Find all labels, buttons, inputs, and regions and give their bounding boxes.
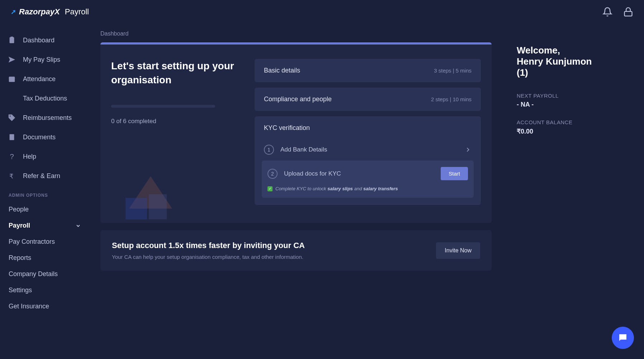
brand-logo[interactable]: ➚ RazorpayX Payroll — [11, 7, 89, 17]
svg-rect-3 — [9, 77, 15, 82]
rupee-icon: ₹ — [8, 172, 16, 180]
welcome-name: Henry Kunjumon — [517, 56, 630, 67]
welcome-label: Welcome, — [517, 45, 630, 56]
kyc-add-bank[interactable]: 1 Add Bank Details — [262, 139, 474, 160]
nav-refer[interactable]: ₹ Refer & Earn — [0, 166, 90, 186]
calculator-icon — [8, 94, 16, 102]
nav-label: Help — [23, 153, 36, 160]
nav-help[interactable]: ? Help — [0, 147, 90, 166]
kyc-row-label: Add Bank Details — [280, 146, 458, 153]
nav-label: Refer & Earn — [23, 172, 60, 180]
svg-rect-1 — [10, 37, 14, 43]
logo-arrow-icon: ➚ — [11, 8, 16, 16]
progress-text: 0 of 6 completed — [111, 118, 240, 125]
step-title: Compliance and people — [264, 95, 332, 103]
step-meta: 3 steps | 5 mins — [434, 67, 472, 74]
clipboard-icon — [8, 36, 16, 44]
nav-label: Dashboard — [23, 37, 55, 44]
decorative-shapes-icon — [115, 158, 186, 223]
header-actions — [602, 7, 633, 17]
setup-card: Let's start setting up your organisation… — [100, 42, 492, 223]
step-basic-details[interactable]: Basic details 3 steps | 5 mins — [255, 59, 481, 82]
step-number-badge: 2 — [267, 169, 278, 179]
svg-text:?: ? — [10, 153, 14, 160]
kyc-row-label: Upload docs for KYC — [284, 170, 434, 177]
tag-icon — [8, 114, 16, 122]
svg-text:₹: ₹ — [9, 172, 13, 180]
admin-options-label: ADMIN OPTIONS — [0, 186, 90, 201]
right-panel: Welcome, Henry Kunjumon (1) NEXT PAYROLL… — [502, 23, 644, 359]
svg-rect-6 — [10, 134, 14, 140]
nav-label: Attendance — [23, 75, 56, 83]
step-meta: 2 steps | 10 mins — [431, 96, 472, 102]
ca-subtitle: Your CA can help your setup organisation… — [112, 254, 436, 260]
step-title: Basic details — [264, 67, 300, 74]
profile-icon[interactable] — [623, 7, 633, 17]
progress-bar — [111, 105, 215, 108]
admin-company[interactable]: Company Details — [0, 266, 90, 282]
svg-rect-2 — [10, 37, 13, 38]
step-compliance[interactable]: Compliance and people 2 steps | 10 mins — [255, 88, 481, 111]
setup-title: Let's start setting up your organisation — [111, 59, 240, 87]
nav-payslips[interactable]: My Pay Slips — [0, 50, 90, 69]
svg-rect-10 — [126, 198, 147, 219]
nav-label: Documents — [23, 134, 56, 141]
nav-attendance[interactable]: Attendance — [0, 69, 90, 89]
svg-rect-11 — [149, 194, 167, 219]
next-payroll-label: NEXT PAYROLL — [517, 93, 630, 99]
admin-payroll[interactable]: Payroll — [0, 218, 90, 234]
product-name: Payroll — [65, 7, 89, 17]
breadcrumb: Dashboard — [100, 31, 492, 37]
brand-name: RazorpayX — [19, 7, 60, 17]
notifications-icon[interactable] — [602, 7, 612, 17]
balance-label: ACCOUNT BALANCE — [517, 119, 630, 125]
chat-icon — [617, 332, 628, 343]
chevron-down-icon — [75, 223, 81, 229]
nav-dashboard[interactable]: Dashboard — [0, 31, 90, 50]
step-number-badge: 1 — [264, 145, 274, 155]
calendar-icon — [8, 75, 16, 83]
app-header: ➚ RazorpayX Payroll — [0, 0, 644, 23]
nav-label: Tax Deductions — [23, 95, 67, 102]
main-content: Dashboard Let's start setting up your or… — [90, 23, 644, 359]
nav-documents[interactable]: Documents — [0, 127, 90, 147]
start-button[interactable]: Start — [441, 167, 468, 180]
nav-reimbursements[interactable]: Reimbursements — [0, 108, 90, 127]
kyc-title: KYC verification — [262, 124, 474, 132]
admin-people[interactable]: People — [0, 201, 90, 218]
admin-settings[interactable]: Settings — [0, 282, 90, 298]
document-icon — [8, 133, 16, 141]
next-payroll-value: - NA - — [517, 101, 630, 108]
send-icon — [8, 56, 16, 64]
nav-label: My Pay Slips — [23, 56, 60, 64]
admin-contractors[interactable]: Pay Contractors — [0, 234, 90, 250]
nav-tax[interactable]: Tax Deductions — [0, 89, 90, 108]
admin-reports[interactable]: Reports — [0, 250, 90, 266]
kyc-card: KYC verification 1 Add Bank Details 2 Up… — [255, 116, 481, 205]
sidebar: Dashboard My Pay Slips Attendance Tax De… — [0, 23, 90, 359]
welcome-id: (1) — [517, 67, 630, 78]
kyc-note: ✓ Complete KYC to unlock salary slips an… — [267, 186, 468, 191]
kyc-upload-docs: 2 Upload docs for KYC Start ✓ Complete K… — [262, 160, 474, 198]
chat-fab[interactable] — [612, 327, 634, 349]
ca-title: Setup account 1.5x times faster by invit… — [112, 241, 436, 250]
invite-ca-card: Setup account 1.5x times faster by invit… — [100, 230, 492, 271]
checkmark-icon: ✓ — [267, 186, 273, 191]
nav-label: Reimbursements — [23, 114, 72, 122]
admin-insurance[interactable]: Get Insurance — [0, 298, 90, 314]
chevron-right-icon — [464, 146, 472, 153]
svg-point-5 — [10, 116, 11, 117]
question-icon: ? — [8, 153, 16, 160]
balance-value: ₹0.00 — [517, 127, 630, 135]
svg-rect-0 — [625, 11, 632, 16]
invite-now-button[interactable]: Invite Now — [436, 242, 480, 259]
